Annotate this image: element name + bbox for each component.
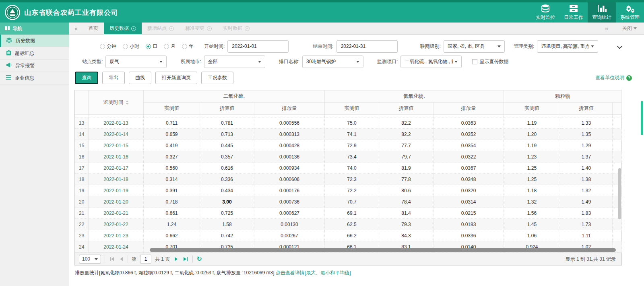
monitor-date-link[interactable]: 2022-01-19 bbox=[89, 185, 144, 196]
tab-item[interactable]: 实时数据× bbox=[217, 23, 255, 34]
sidebar-item-layers[interactable]: 历史数据 bbox=[0, 35, 69, 47]
monitor-date-link[interactable]: 2022-01-16 bbox=[89, 151, 144, 163]
top-nav-gears[interactable]: 系统管理 bbox=[616, 2, 644, 23]
direct-data-checkbox[interactable] bbox=[472, 59, 477, 64]
top-nav: 实时监控日常工作查询统计系统管理 bbox=[531, 2, 644, 23]
sort-icon[interactable] bbox=[126, 101, 129, 105]
radio-icon[interactable] bbox=[164, 44, 169, 49]
period-radio-分钟[interactable]: 分钟 bbox=[100, 43, 116, 50]
page-vertical-scrollbar[interactable] bbox=[641, 101, 643, 135]
monitor-date-link[interactable]: 2022-01-22 bbox=[89, 219, 144, 230]
tabs-scroll-left-icon[interactable]: « bbox=[69, 23, 83, 34]
unit-description-link[interactable]: 查看单位说明 ? bbox=[595, 74, 632, 81]
tab-item[interactable]: 标准变更× bbox=[180, 23, 217, 34]
site-type-label: 站点类型: bbox=[82, 58, 103, 65]
refresh-icon[interactable]: ↻ bbox=[196, 256, 202, 262]
stats-detail-link[interactable]: 点击查看详情[最大、最小和平均值] bbox=[276, 270, 351, 276]
tabs-scroll-right-icon[interactable]: » bbox=[600, 25, 613, 32]
value-cell: 0.0354 bbox=[433, 140, 504, 151]
top-nav-bar-chart[interactable]: 查询统计 bbox=[588, 2, 616, 23]
end-date-input[interactable] bbox=[336, 40, 398, 53]
radio-icon[interactable] bbox=[182, 44, 187, 49]
page-number-input[interactable] bbox=[140, 255, 151, 263]
monitor-item-select[interactable]: 二氧化硫., 氮氧化物., 颗粒物 bbox=[400, 56, 462, 68]
monitor-date-link[interactable]: 2022-01-24 bbox=[89, 241, 144, 253]
sidebar-item-clipboard[interactable]: 超标汇总 bbox=[0, 47, 69, 60]
value-cell: 77.7 bbox=[379, 140, 433, 151]
tab-item[interactable]: 新增站点× bbox=[142, 23, 180, 34]
query-button[interactable]: 查询 bbox=[75, 72, 98, 84]
chevron-down-icon bbox=[95, 258, 98, 260]
outlet-select[interactable]: 30吨燃气锅炉 bbox=[302, 56, 363, 68]
monitor-date-link[interactable]: 2022-01-23 bbox=[89, 230, 144, 241]
value-cell: 0.713 bbox=[200, 129, 254, 140]
top-nav-database[interactable]: 实时监控 bbox=[531, 2, 559, 23]
row-number-header bbox=[75, 91, 89, 115]
tab-close-icon[interactable]: × bbox=[245, 26, 250, 31]
monitor-date-link[interactable]: 2022-01-13 bbox=[89, 117, 144, 129]
curve-button[interactable]: 曲线 bbox=[129, 72, 151, 84]
first-page-button[interactable] bbox=[109, 257, 115, 261]
network-level-label: 联网级别: bbox=[420, 43, 441, 50]
tab-close-icon[interactable]: × bbox=[207, 26, 212, 31]
mgmt-category-value: 违规项目, 高架源, 重点排污 bbox=[541, 43, 589, 50]
horizontal-scrollbar[interactable] bbox=[150, 248, 616, 252]
value-cell: 81.9 bbox=[379, 163, 433, 174]
network-level-select[interactable]: 国家, 省, 市, 区县 bbox=[444, 40, 505, 53]
value-cell: 0.0183 bbox=[433, 219, 504, 230]
page-size-select[interactable]: 100 bbox=[79, 255, 101, 263]
monitor-date-link[interactable]: 2022-01-17 bbox=[89, 163, 144, 174]
monitor-date-link[interactable]: 2022-01-14 bbox=[89, 129, 144, 140]
period-radio-年[interactable]: 年 bbox=[182, 43, 194, 50]
prev-page-button[interactable] bbox=[119, 257, 124, 261]
monitor-date-link[interactable]: 2022-01-15 bbox=[89, 140, 144, 151]
new-query-page-button[interactable]: 打开新查询页 bbox=[155, 72, 197, 84]
chevron-down-icon bbox=[497, 45, 501, 47]
monitor-time-header[interactable]: 监测时间 bbox=[89, 91, 144, 115]
city-select[interactable]: 全部 bbox=[204, 56, 265, 68]
tab-item[interactable]: 首页 bbox=[83, 23, 104, 34]
export-button[interactable]: 导出 bbox=[102, 72, 125, 84]
value-cell: 74.0 bbox=[325, 163, 379, 174]
top-nav-drawer[interactable]: 日常工作 bbox=[559, 2, 588, 23]
value-cell: 0.000606 bbox=[254, 174, 325, 185]
sidebar-item-label: 企业信息 bbox=[15, 75, 34, 82]
radio-icon[interactable] bbox=[146, 44, 151, 49]
start-date-input[interactable] bbox=[227, 40, 289, 53]
period-radio-小时[interactable]: 小时 bbox=[123, 43, 139, 50]
value-cell: 1.24 bbox=[144, 219, 200, 230]
database-icon bbox=[540, 4, 551, 13]
close-tabs-menu[interactable]: 关闭 bbox=[622, 25, 637, 32]
monitor-date-link[interactable]: 2022-01-18 bbox=[89, 174, 144, 185]
sidebar-item-alarm[interactable]: 异常报警 bbox=[0, 60, 69, 72]
period-radio-月[interactable]: 月 bbox=[164, 43, 175, 50]
monitor-date-link[interactable]: 2022-01-20 bbox=[89, 196, 144, 208]
period-radio-日[interactable]: 日 bbox=[146, 43, 157, 50]
next-page-button[interactable] bbox=[173, 257, 179, 261]
value-column-header: 排放量 bbox=[254, 103, 325, 115]
collapse-filters-icon[interactable] bbox=[617, 44, 622, 49]
tabbar: « 首页历史数据×新增站点×标准变更×实时数据× » 关闭 bbox=[69, 23, 644, 35]
monitor-date-link[interactable]: 2022-01-21 bbox=[89, 208, 144, 219]
value-column-header: 排放量 bbox=[433, 103, 504, 115]
value-cell-empty bbox=[613, 219, 622, 230]
value-cell: 72.3 bbox=[325, 174, 379, 185]
tab-close-icon[interactable]: × bbox=[169, 26, 174, 31]
radio-icon[interactable] bbox=[100, 44, 105, 49]
tab-close-icon[interactable]: × bbox=[131, 26, 136, 31]
table-row: 132022-01-130.7110.7810.00055675.082.20.… bbox=[75, 117, 622, 129]
mgmt-category-select[interactable]: 违规项目, 高架源, 重点排污 bbox=[537, 40, 598, 53]
value-cell: 72.9 bbox=[325, 140, 379, 151]
tab-item[interactable]: 历史数据× bbox=[104, 23, 142, 34]
value-cell: 1.06 bbox=[504, 230, 560, 241]
direct-data-checkbox-wrap[interactable]: 显示直传数据 bbox=[472, 58, 508, 65]
condition-params-button[interactable]: 工况参数 bbox=[201, 72, 233, 84]
table-vertical-scrollbar[interactable] bbox=[618, 168, 621, 219]
site-type-select[interactable]: 废气 bbox=[105, 56, 167, 68]
value-cell: 1.29 bbox=[560, 140, 613, 151]
radio-icon[interactable] bbox=[123, 44, 128, 49]
page-size-value: 100 bbox=[82, 256, 90, 262]
sidebar-item-list[interactable]: 企业信息 bbox=[0, 72, 69, 84]
last-page-button[interactable] bbox=[182, 257, 189, 261]
value-cell: 0.711 bbox=[144, 117, 200, 129]
